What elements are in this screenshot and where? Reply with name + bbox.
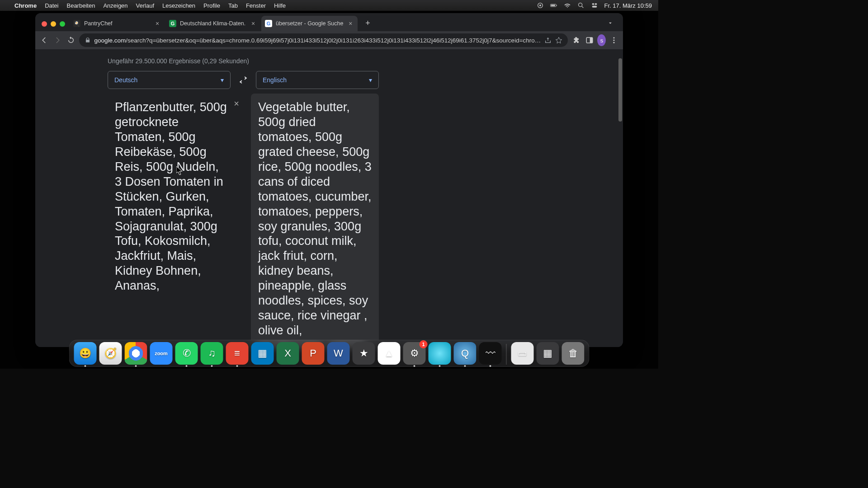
tab-klima[interactable]: G Deutschland Klima-Daten. × (165, 16, 260, 31)
menu-bearbeiten[interactable]: Bearbeiten (66, 2, 95, 9)
tab-uebersetzer[interactable]: G übersetzer - Google Suche × (261, 16, 358, 31)
menubar-appname[interactable]: Chrome (14, 2, 37, 9)
svg-point-12 (613, 37, 615, 38)
dock-app-zoom[interactable]: zoom (150, 342, 173, 365)
clear-source-button[interactable]: × (231, 98, 242, 109)
scrollbar-thumb[interactable] (618, 58, 622, 122)
tab-title: PantryChef (84, 20, 150, 27)
source-text: Pflanzenbutter, 500g getrocknete Tomaten… (115, 100, 227, 292)
svg-rect-3 (556, 5, 557, 6)
dock-app-todoist[interactable]: ≡ (226, 342, 249, 365)
tab-pantrychef[interactable]: 🍳 PantryChef × (70, 16, 165, 31)
dock-item-trash[interactable]: 🗑 (562, 342, 585, 365)
extensions-icon[interactable] (571, 33, 581, 47)
new-tab-button[interactable]: + (361, 17, 374, 29)
forward-button[interactable] (52, 33, 63, 47)
desktop: 🍳 PantryChef × G Deutschland Klima-Daten… (0, 11, 658, 369)
dock-app-chrome-d[interactable] (125, 342, 147, 365)
window-minimize-button[interactable] (51, 21, 56, 27)
svg-rect-4 (551, 5, 555, 6)
control-center-icon[interactable] (591, 2, 598, 9)
macos-menubar: Chrome Datei Bearbeiten Anzeigen Verlauf… (0, 0, 658, 11)
url-text: google.com/search?q=übersetzer&oq=über&a… (94, 37, 541, 44)
svg-point-5 (578, 3, 582, 7)
target-language-label: Englisch (263, 76, 287, 84)
menu-hilfe[interactable]: Hilfe (274, 2, 286, 9)
tab-close-button[interactable]: × (154, 20, 161, 27)
reload-button[interactable] (66, 33, 76, 47)
lock-icon (85, 37, 91, 43)
menu-anzeigen[interactable]: Anzeigen (103, 2, 127, 9)
svg-line-6 (582, 6, 583, 8)
dock-app-voice[interactable]: 〰 (479, 342, 502, 365)
dock-app-ppt[interactable]: P (302, 342, 325, 365)
menu-datei[interactable]: Datei (45, 2, 58, 9)
dock-app-imovie[interactable]: ★ (353, 342, 375, 365)
svg-point-14 (613, 42, 615, 43)
tab-overflow-button[interactable] (604, 17, 617, 29)
dock-separator (506, 344, 507, 365)
menu-tab[interactable]: Tab (228, 2, 238, 9)
menu-lesezeichen[interactable]: Lesezeichen (162, 2, 195, 9)
tab-favicon: 🍳 (73, 20, 80, 27)
svg-rect-9 (592, 6, 597, 8)
source-text-pane[interactable]: Pflanzenbutter, 500g getrocknete Tomaten… (108, 94, 246, 347)
menubar-clock[interactable]: Fr. 17. März 10:59 (604, 2, 652, 9)
svg-point-1 (539, 5, 541, 6)
tab-close-button[interactable]: × (250, 20, 257, 27)
chrome-window: 🍳 PantryChef × G Deutschland Klima-Daten… (35, 13, 623, 347)
scrollbar[interactable] (618, 49, 622, 347)
svg-rect-7 (592, 3, 594, 5)
dock-app-blank-blue[interactable] (429, 342, 451, 365)
tab-favicon: G (169, 20, 176, 27)
profile-avatar[interactable]: s (597, 34, 606, 46)
dock-app-drive[interactable]: ▲ (378, 342, 401, 365)
wifi-icon[interactable] (564, 2, 571, 9)
dock-app-word[interactable]: W (327, 342, 350, 365)
svg-rect-11 (590, 38, 592, 43)
svg-point-13 (613, 40, 615, 41)
share-icon[interactable] (544, 37, 552, 44)
dock-app-finder[interactable]: 😀 (74, 342, 97, 365)
back-button[interactable] (39, 33, 50, 47)
dock-app-excel[interactable]: X (277, 342, 299, 365)
bookmark-star-icon[interactable] (555, 37, 562, 44)
browser-toolbar: google.com/search?q=übersetzer&oq=über&a… (35, 31, 623, 49)
window-controls (39, 21, 70, 31)
tab-title: übersetzer - Google Suche (276, 20, 343, 27)
source-language-select[interactable]: Deutsch ▾ (108, 71, 231, 89)
target-text-pane: Vegetable butter, 500g dried tomatoes, 5… (251, 94, 379, 347)
target-language-select[interactable]: Englisch ▾ (256, 71, 379, 89)
spotlight-icon[interactable] (577, 2, 585, 9)
dock-app-trello[interactable]: ▦ (251, 342, 274, 365)
chrome-menu-icon[interactable] (609, 33, 619, 47)
tab-close-button[interactable]: × (347, 20, 354, 27)
side-panel-icon[interactable] (584, 33, 595, 47)
tab-title: Deutschland Klima-Daten. (180, 20, 246, 27)
menu-fenster[interactable]: Fenster (246, 2, 266, 9)
swap-languages-button[interactable] (235, 72, 251, 88)
chevron-down-icon: ▾ (369, 76, 372, 84)
video-icon[interactable] (537, 2, 544, 9)
dock-app-settings[interactable]: ⚙︎1 (403, 342, 426, 365)
dock-item-desk-b[interactable]: ▦ (537, 342, 559, 365)
dock-app-safari[interactable]: 🧭 (99, 342, 122, 365)
chevron-down-icon: ▾ (221, 76, 224, 84)
dock-app-qt[interactable]: Q (454, 342, 476, 365)
window-close-button[interactable] (42, 21, 47, 27)
dock-app-spotify[interactable]: ♫ (201, 342, 223, 365)
translate-panes: Pflanzenbutter, 500g getrocknete Tomaten… (108, 94, 379, 347)
tab-strip: 🍳 PantryChef × G Deutschland Klima-Daten… (35, 13, 623, 31)
dock: 😀🧭zoom✆♫≡▦XPW★▲⚙︎1Q〰▭▦🗑 (69, 340, 590, 367)
results-count: Ungefähr 29.500.000 Ergebnisse (0,29 Sek… (35, 49, 623, 65)
dock-app-whatsapp[interactable]: ✆ (175, 342, 198, 365)
menu-profile[interactable]: Profile (203, 2, 220, 9)
translate-widget: Deutsch ▾ Englisch ▾ Pflanzenbutter, 500… (108, 71, 379, 347)
window-maximize-button[interactable] (60, 21, 65, 27)
menu-verlauf[interactable]: Verlauf (136, 2, 154, 9)
url-bar[interactable]: google.com/search?q=übersetzer&oq=über&a… (79, 33, 568, 47)
battery-icon[interactable] (550, 2, 557, 9)
dock-item-desk-a[interactable]: ▭ (511, 342, 534, 365)
language-row: Deutsch ▾ Englisch ▾ (108, 71, 379, 89)
tab-favicon: G (265, 20, 272, 27)
